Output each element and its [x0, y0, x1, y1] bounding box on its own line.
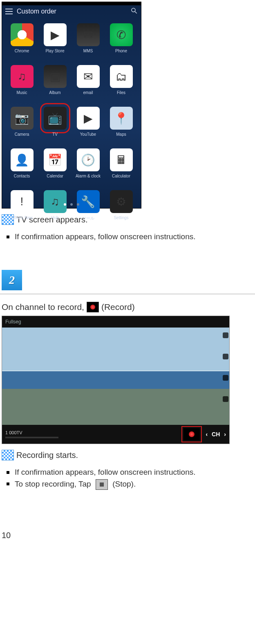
- app-icon: ✆: [110, 23, 133, 46]
- app-icon: ▣: [44, 65, 67, 88]
- app-label: What's New: [11, 215, 33, 220]
- note-item: If confirmation appears, follow onscreen…: [2, 232, 255, 241]
- app-label: Album: [49, 90, 60, 95]
- app--[interactable]: 🔧ツール: [72, 188, 105, 229]
- result-flag-icon: [2, 450, 14, 460]
- app-label: email: [83, 90, 93, 95]
- tv-broadcast-image: [2, 328, 229, 425]
- app-contacts[interactable]: 👤Contacts: [5, 146, 38, 187]
- app-phone[interactable]: ✆Phone: [105, 21, 138, 62]
- page-dots: [2, 203, 141, 206]
- tv-record-button[interactable]: [183, 428, 200, 440]
- stop-icon: [96, 479, 108, 490]
- tv-topbar: Fullseg: [2, 316, 229, 328]
- menu-icon[interactable]: [5, 9, 13, 14]
- tv-mode-label: Fullseg: [5, 319, 21, 325]
- step-2-instruction: On channel to record, (Record): [2, 302, 253, 312]
- tv-screenshot: Fullseg 1 000TV ‹ CH ›: [2, 316, 230, 444]
- apps-grid: Chrome▶Play Store✉MMS✆Phone♫Music▣Album✉…: [2, 18, 141, 229]
- app-icon: 🔧: [77, 190, 100, 213]
- app-label: Play Store: [45, 49, 64, 53]
- app-play-store[interactable]: ▶Play Store: [38, 21, 72, 62]
- app-label: Hub: [51, 215, 58, 220]
- app-label: Calendar: [47, 174, 63, 178]
- app-album[interactable]: ▣Album: [38, 63, 72, 103]
- chevron-right-icon[interactable]: ›: [224, 431, 226, 438]
- app-label: Chrome: [15, 49, 29, 53]
- app-mms[interactable]: ✉MMS: [72, 21, 105, 62]
- app-chrome[interactable]: Chrome: [5, 21, 38, 62]
- phone-statusbar: [2, 2, 141, 5]
- step-2-text-b: (Record): [101, 302, 135, 312]
- result-recording-starts: Recording starts.: [2, 450, 255, 460]
- app-icon: 🖩: [110, 148, 133, 171]
- stop-note-post: (Stop).: [110, 480, 136, 488]
- drawer-title: Custom order: [17, 8, 56, 15]
- record-icon: [87, 302, 99, 312]
- app-label: Settings: [114, 215, 128, 220]
- app-icon: 📍: [110, 107, 133, 130]
- app-hub[interactable]: ♫Hub: [38, 188, 72, 229]
- step-2-text-a: On channel to record,: [2, 302, 84, 312]
- app-what-s-new[interactable]: !What's New: [5, 188, 38, 229]
- tv-controls: 1 000TV ‹ CH ›: [2, 425, 229, 444]
- app-icon: 📺: [44, 107, 67, 130]
- step-2: 2: [0, 270, 255, 294]
- app-icon: [11, 23, 34, 46]
- ch-label: CH: [212, 431, 220, 438]
- svg-line-1: [135, 11, 137, 13]
- app-icon: 👤: [11, 148, 34, 171]
- tv-channel-info: 1 000TV: [5, 430, 58, 438]
- app-files[interactable]: 🗂Files: [105, 63, 138, 103]
- app-label: YouTube: [80, 132, 96, 137]
- page-number: 10: [2, 531, 255, 540]
- tv-channel-nav[interactable]: ‹ CH ›: [206, 431, 226, 438]
- app-music[interactable]: ♫Music: [5, 63, 38, 103]
- app-icon: 🕑: [77, 148, 100, 171]
- app-calendar[interactable]: 📅Calendar: [38, 146, 72, 187]
- phone-screenshot: Custom order Chrome▶Play Store✉MMS✆Phone…: [2, 2, 141, 209]
- app-maps[interactable]: 📍Maps: [105, 104, 138, 145]
- app-icon: ✉: [77, 23, 100, 46]
- app-icon: 📷: [11, 107, 34, 130]
- app-label: Phone: [115, 49, 127, 53]
- app-label: Camera: [15, 132, 29, 137]
- phone-topbar: Custom order: [2, 5, 141, 18]
- app-icon: ▶: [44, 23, 67, 46]
- search-icon[interactable]: [130, 7, 138, 16]
- stop-note-pre: To stop recording, Tap: [15, 480, 93, 488]
- app-label: Calculator: [112, 174, 130, 178]
- app-icon: 🗂: [110, 65, 133, 88]
- step-number-badge: 2: [2, 270, 22, 290]
- app-youtube[interactable]: ▶YouTube: [72, 104, 105, 145]
- app-label: Files: [117, 90, 125, 95]
- tv-side-buttons: [223, 332, 228, 402]
- svg-point-0: [132, 8, 135, 12]
- step-number: 2: [9, 274, 15, 287]
- app-icon: ✉: [77, 65, 100, 88]
- app-label: MMS: [83, 49, 93, 53]
- app-label: Music: [16, 90, 27, 95]
- step-divider: [0, 294, 255, 294]
- app-label: Maps: [116, 132, 126, 137]
- app-calculator[interactable]: 🖩Calculator: [105, 146, 138, 187]
- chevron-left-icon[interactable]: ‹: [206, 431, 208, 438]
- app-icon: ▶: [77, 107, 100, 130]
- app-settings[interactable]: ⚙Settings: [105, 188, 138, 229]
- app-icon: ♫: [11, 65, 34, 88]
- app-email[interactable]: ✉email: [72, 63, 105, 103]
- app-alarm-clock[interactable]: 🕑Alarm & clock: [72, 146, 105, 187]
- notes-list-1: If confirmation appears, follow onscreen…: [0, 232, 255, 241]
- app-camera[interactable]: 📷Camera: [5, 104, 38, 145]
- app-icon: ♫: [44, 190, 67, 213]
- app-tv[interactable]: 📺TV: [38, 104, 72, 145]
- app-icon: 📅: [44, 148, 67, 171]
- app-label: Alarm & clock: [76, 174, 101, 178]
- note-item: To stop recording, Tap (Stop).: [2, 479, 255, 490]
- app-icon: ⚙: [110, 190, 133, 213]
- app-label: ツール: [82, 215, 94, 221]
- tv-channel-line: 1 000TV: [5, 430, 58, 435]
- note-item: If confirmation appears, follow onscreen…: [2, 468, 255, 477]
- result-text-2: Recording starts.: [16, 451, 78, 460]
- app-label: Contacts: [14, 174, 30, 178]
